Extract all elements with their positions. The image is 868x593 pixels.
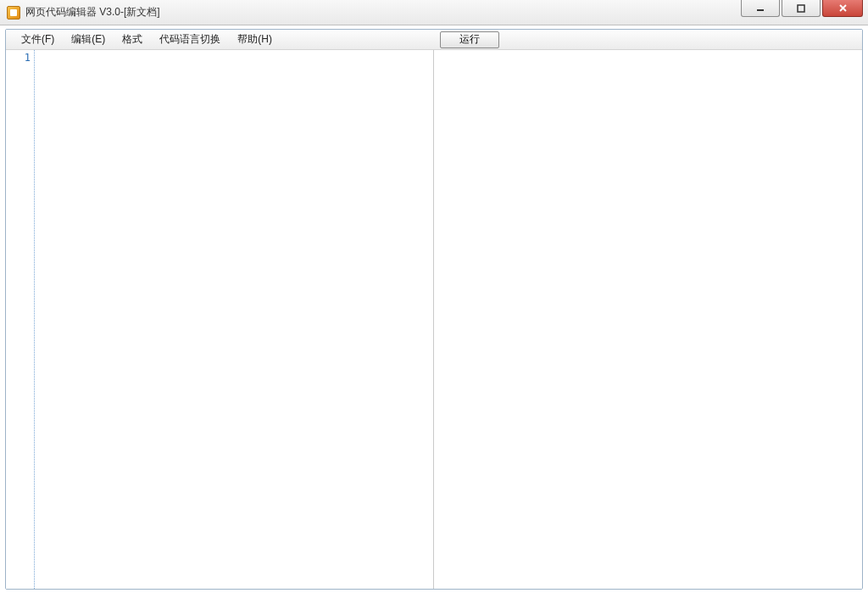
client-area: 文件(F) 编辑(E) 格式 代码语言切换 帮助(H) 运行 1 (5, 29, 863, 590)
menu-language[interactable]: 代码语言切换 (151, 30, 229, 49)
run-button[interactable]: 运行 (440, 31, 499, 48)
code-input[interactable] (35, 50, 433, 589)
app-icon (7, 6, 20, 20)
svg-rect-1 (798, 5, 804, 12)
app-window: 网页代码编辑器 V3.0-[新文档] 文件(F) 编辑(E) 格式 代码语言切换… (0, 0, 868, 593)
line-number: 1 (6, 52, 31, 64)
code-editor-pane: 1 (6, 50, 434, 589)
close-icon (838, 3, 848, 13)
menubar: 文件(F) 编辑(E) 格式 代码语言切换 帮助(H) 运行 (6, 30, 862, 50)
close-button[interactable] (822, 0, 863, 17)
maximize-button[interactable] (782, 0, 821, 17)
window-controls (741, 0, 868, 25)
workspace: 1 (6, 50, 862, 589)
preview-pane[interactable] (434, 50, 862, 589)
menu-file[interactable]: 文件(F) (13, 30, 63, 49)
minimize-icon (756, 4, 765, 13)
minimize-button[interactable] (741, 0, 780, 17)
menu-edit[interactable]: 编辑(E) (63, 30, 114, 49)
line-number-gutter: 1 (6, 50, 35, 589)
titlebar[interactable]: 网页代码编辑器 V3.0-[新文档] (0, 0, 868, 25)
window-title: 网页代码编辑器 V3.0-[新文档] (25, 5, 160, 20)
maximize-icon (797, 4, 805, 13)
menu-help[interactable]: 帮助(H) (229, 30, 281, 49)
menu-format[interactable]: 格式 (114, 30, 151, 49)
